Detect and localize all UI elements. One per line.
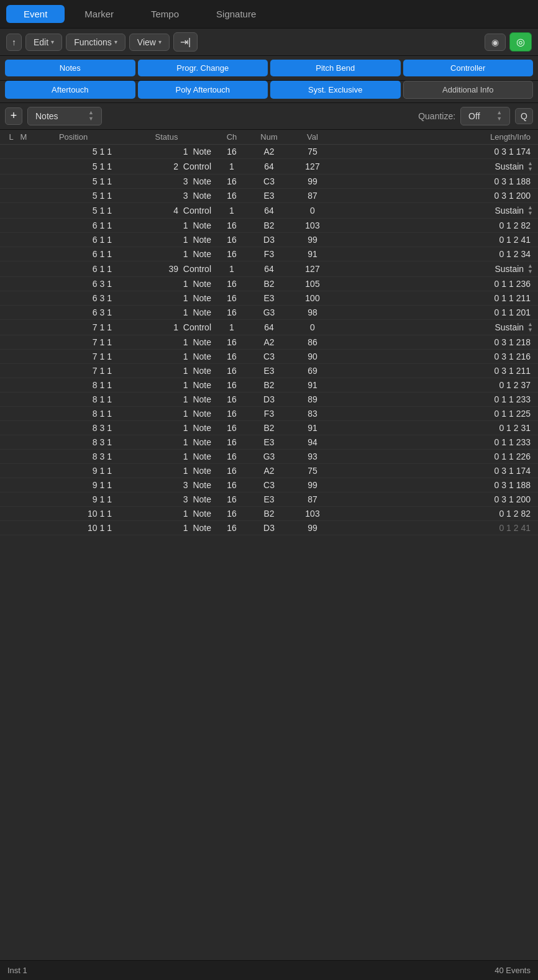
tab-event[interactable]: Event	[6, 5, 65, 23]
cell-val: 100	[291, 293, 334, 303]
col-length-info: Length/Info	[334, 132, 533, 142]
cell-val: 105	[291, 279, 334, 289]
view-chevron: ▾	[158, 39, 162, 45]
filter-additional-info[interactable]: Additional Info	[403, 81, 534, 99]
table-row[interactable]: 8 3 1 1 Note 16 B2 91 0 1 2 31	[0, 421, 538, 435]
view-button[interactable]: View ▾	[129, 34, 170, 51]
cell-note: 64	[247, 161, 291, 171]
tab-signature[interactable]: Signature	[199, 5, 273, 23]
table-row[interactable]: 9 1 1 1 Note 16 A2 75 0 3 1 174	[0, 464, 538, 478]
cell-note: B2	[247, 380, 291, 390]
table-row[interactable]: 9 1 1 3 Note 16 E3 87 0 3 1 200	[0, 492, 538, 507]
cell-note: A2	[247, 337, 291, 347]
event-type-row: + Notes ▲▼ Quantize: Off ▲▼ Q	[0, 103, 538, 130]
length-cell: Sustain ▲▼	[334, 322, 533, 333]
table-row[interactable]: 7 1 1 1 Control 1 64 0 Sustain ▲▼	[0, 320, 538, 335]
table-row[interactable]: 6 1 1 1 Note 16 B2 103 0 1 2 82	[0, 219, 538, 233]
cell-note: D3	[247, 394, 291, 404]
cell-num1: 1 Note	[117, 293, 216, 303]
table-row[interactable]: 6 3 1 1 Note 16 G3 98 0 1 1 201	[0, 306, 538, 320]
cell-val: 127	[291, 161, 334, 171]
cell-ch: 16	[216, 380, 247, 390]
table-row[interactable]: 10 1 1 1 Note 16 D3 99 0 1 2 41	[0, 521, 538, 535]
col-ch: Ch	[216, 132, 247, 142]
filter-progr-change[interactable]: Progr. Change	[138, 60, 268, 76]
face-dark-button[interactable]: ◉	[485, 34, 506, 51]
cell-num1: 1 Note	[117, 423, 216, 433]
filter-poly-aftertouch[interactable]: Poly Aftertouch	[138, 81, 268, 99]
quantize-label: Quantize:	[418, 111, 455, 121]
quantize-chevron: ▲▼	[496, 110, 502, 122]
table-row[interactable]: 8 1 1 1 Note 16 F3 83 0 1 1 225	[0, 407, 538, 421]
tab-tempo[interactable]: Tempo	[134, 5, 196, 23]
cell-ch: 16	[216, 235, 247, 245]
filter-controller[interactable]: Controller	[403, 60, 534, 76]
table-row[interactable]: 8 1 1 1 Note 16 D3 89 0 1 1 233	[0, 392, 538, 407]
table-row[interactable]: 5 1 1 3 Note 16 C3 99 0 3 1 188	[0, 175, 538, 189]
edit-button[interactable]: Edit ▾	[25, 34, 62, 51]
table-row[interactable]: 6 1 1 1 Note 16 D3 99 0 1 2 41	[0, 233, 538, 247]
cell-ch: 16	[216, 352, 247, 361]
table-row[interactable]: 7 1 1 1 Note 16 E3 69 0 3 1 211	[0, 364, 538, 378]
length-cell: 0 3 1 188	[334, 176, 533, 186]
length-cell: 0 3 1 200	[334, 494, 533, 504]
table-row[interactable]: 5 1 1 2 Control 1 64 127 Sustain ▲▼	[0, 159, 538, 175]
cell-ch: 16	[216, 279, 247, 289]
col-l: L	[5, 132, 17, 142]
table-row[interactable]: 10 1 1 1 Note 16 B2 103 0 1 2 82	[0, 507, 538, 521]
length-cell: 0 1 2 37	[334, 380, 533, 390]
table-row[interactable]: 5 1 1 1 Note 16 A2 75 0 3 1 174	[0, 145, 538, 159]
cell-num1: 1 Note	[117, 366, 216, 376]
cell-position: 6 1 1	[30, 249, 117, 259]
face-green-button[interactable]: ◎	[509, 32, 532, 52]
q-button[interactable]: Q	[515, 108, 533, 124]
table-row[interactable]: 8 3 1 1 Note 16 G3 93 0 1 1 226	[0, 450, 538, 464]
cell-num1: 3 Note	[117, 191, 216, 201]
quantize-dropdown[interactable]: Off ▲▼	[460, 107, 510, 125]
table-row[interactable]: 5 1 1 3 Note 16 E3 87 0 3 1 200	[0, 189, 538, 203]
table-row[interactable]: 8 1 1 1 Note 16 B2 91 0 1 2 37	[0, 378, 538, 392]
length-cell: 0 1 2 34	[334, 249, 533, 259]
filter-syst-exclusive[interactable]: Syst. Exclusive	[270, 81, 401, 99]
cell-val: 99	[291, 523, 334, 533]
table-row[interactable]: 6 3 1 1 Note 16 B2 105 0 1 1 236	[0, 277, 538, 291]
cell-num1: 39 Control	[117, 264, 216, 274]
cell-note: B2	[247, 423, 291, 433]
table-row[interactable]: 7 1 1 1 Note 16 C3 90 0 3 1 216	[0, 350, 538, 364]
cell-position: 6 3 1	[30, 279, 117, 289]
midi-icon-button[interactable]: ⇥|	[173, 32, 198, 52]
cell-position: 8 1 1	[30, 409, 117, 419]
table-row[interactable]: 6 1 1 1 Note 16 F3 91 0 1 2 34	[0, 247, 538, 261]
length-cell: 0 1 2 82	[334, 509, 533, 519]
cell-val: 93	[291, 451, 334, 461]
event-type-dropdown[interactable]: Notes ▲▼	[27, 107, 102, 125]
sustain-chevron: ▲▼	[527, 263, 533, 274]
table-row[interactable]: 6 1 1 39 Control 1 64 127 Sustain ▲▼	[0, 261, 538, 277]
table-row[interactable]: 9 1 1 3 Note 16 C3 99 0 3 1 188	[0, 478, 538, 492]
cell-position: 5 1 1	[30, 206, 117, 216]
table-row[interactable]: 8 3 1 1 Note 16 E3 94 0 1 1 233	[0, 435, 538, 450]
up-button[interactable]: ↑	[6, 34, 22, 51]
length-cell: 0 3 1 211	[334, 366, 533, 376]
cell-num1: 1 Note	[117, 249, 216, 259]
tab-marker[interactable]: Marker	[67, 5, 131, 23]
table-row[interactable]: 7 1 1 1 Note 16 A2 86 0 3 1 218	[0, 335, 538, 350]
filter-pitch-bend[interactable]: Pitch Bend	[270, 60, 401, 76]
add-event-button[interactable]: +	[5, 107, 22, 125]
length-cell: 0 1 1 226	[334, 451, 533, 461]
length-cell: 0 1 1 236	[334, 279, 533, 289]
cell-note: D3	[247, 235, 291, 245]
functions-button[interactable]: Functions ▾	[66, 34, 125, 51]
cell-num1: 1 Note	[117, 409, 216, 419]
cell-note: B2	[247, 279, 291, 289]
table-row[interactable]: 6 3 1 1 Note 16 E3 100 0 1 1 211	[0, 291, 538, 306]
cell-note: C3	[247, 352, 291, 361]
filter-notes[interactable]: Notes	[5, 60, 135, 76]
cell-position: 9 1 1	[30, 480, 117, 490]
cell-num1: 3 Note	[117, 494, 216, 504]
table-row[interactable]: 5 1 1 4 Control 1 64 0 Sustain ▲▼	[0, 203, 538, 219]
cell-note: G3	[247, 451, 291, 461]
filter-aftertouch[interactable]: Aftertouch	[5, 81, 135, 99]
cell-ch: 16	[216, 337, 247, 347]
cell-val: 90	[291, 352, 334, 361]
